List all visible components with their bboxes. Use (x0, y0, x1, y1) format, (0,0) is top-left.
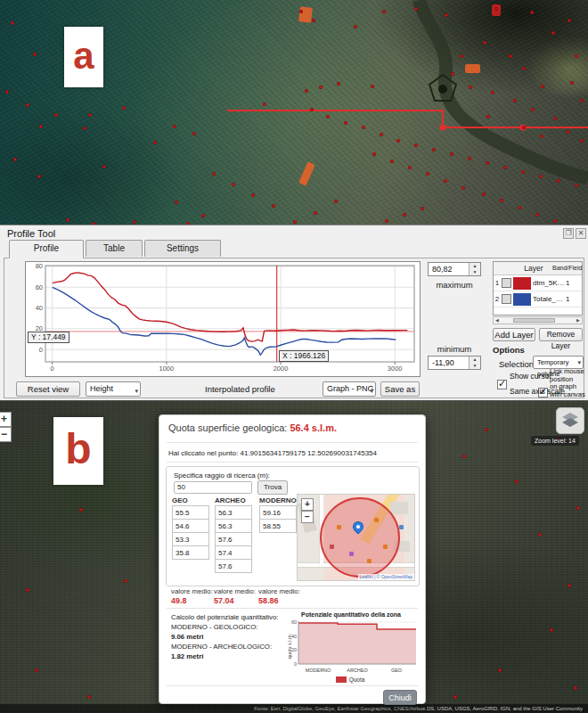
layer-row-1[interactable]: 1 dtm_5K_2002_... 1 (494, 275, 582, 291)
value-cell: 35.8 (172, 545, 209, 560)
map-point-dot (385, 219, 388, 223)
show-cursor-checkbox[interactable] (497, 380, 507, 389)
map-point-dot (414, 143, 418, 147)
options-heading: Options (493, 345, 525, 355)
minimap-building (390, 502, 408, 514)
map-point-dot (485, 428, 488, 431)
height-combobox[interactable]: Height▾ (86, 381, 141, 397)
map-point-dot (538, 533, 542, 537)
tab-settings[interactable]: Settings (144, 240, 221, 257)
add-layer-button[interactable]: Add Layer (493, 328, 535, 341)
minimum-spinbox[interactable]: -11,90 ▲▼ (428, 356, 481, 370)
reset-view-button[interactable]: Reset view (16, 381, 80, 397)
value-cell: 56.3 (215, 519, 252, 533)
layer-table-hscrollbar[interactable]: ◀▶ (493, 316, 583, 324)
map-point-dot (513, 99, 517, 102)
zoom-in-button[interactable]: + (0, 412, 12, 427)
zoom-out-button[interactable]: − (0, 427, 12, 442)
map-point-dot (483, 41, 486, 45)
map-point-dot (540, 135, 543, 138)
map-point-dot (509, 54, 512, 58)
popup-title: Quota superficie geologica: 56.4 s.l.m. (168, 422, 337, 433)
layer-color-swatch[interactable] (513, 277, 531, 290)
popup-title-value: 56.4 s.l.m. (290, 422, 337, 433)
svg-text:20: 20 (291, 647, 297, 652)
close-dialog-button[interactable]: Chiudi (383, 690, 417, 705)
map-point-dot (192, 132, 196, 135)
radius-input[interactable]: 50 (174, 481, 252, 494)
show-cursor-label: Show cursor (510, 372, 551, 381)
layers-control[interactable] (556, 407, 584, 434)
map-point-dot (173, 125, 176, 128)
legend-swatch (336, 676, 347, 683)
value-cell: 55.5 (172, 505, 209, 520)
profile-chart-widget[interactable]: 0204060800100020003000 Y : 17.449 X : 19… (25, 261, 421, 377)
tab-table[interactable]: Table (86, 240, 143, 257)
map-point-dot (380, 133, 383, 136)
map-point-dot (251, 193, 255, 197)
map-point-dot (26, 588, 29, 592)
mean-value-moderno: 58.86 (258, 596, 279, 605)
potenziale-title: Potenziale quantitativo della zona (282, 611, 420, 618)
map-point-dot (498, 668, 502, 672)
svg-text:GEO: GEO (391, 668, 403, 673)
map-point-dot (503, 166, 507, 169)
map-point-dot (54, 113, 58, 117)
minimap-zoom-in[interactable]: + (301, 498, 314, 511)
map-point-dot (550, 628, 553, 632)
spinner-arrows-icon[interactable]: ▲▼ (469, 263, 480, 275)
leaflet-minimap[interactable]: + − Leaflet | © OpenStreetMap (297, 494, 415, 581)
tab-profile[interactable]: Profile (9, 240, 84, 258)
layers-icon (557, 408, 584, 433)
map-point-dot (354, 25, 357, 29)
layer-name: dtm_5K_2002_... (533, 279, 566, 287)
map-point-dot (567, 130, 570, 134)
remove-layer-button[interactable]: Remove Layer (539, 328, 583, 341)
map-point-dot (263, 102, 266, 106)
map-point-dot (390, 160, 394, 163)
profile-tool-dialog: Profile Tool ❐ ✕ Profile Table Settings … (0, 225, 588, 401)
map-point-dot (531, 108, 535, 111)
calc-label-2: MODERNO - ARCHEOLOGICO: (171, 643, 272, 651)
layer-table[interactable]: Layer Band/Field 1 dtm_5K_2002_... 1 2 T… (493, 261, 583, 316)
layer-color-swatch[interactable] (513, 293, 531, 306)
row-number: 2 (494, 295, 501, 303)
spinner-arrows-icon[interactable]: ▲▼ (469, 356, 480, 369)
col-header-geo: GEO (172, 496, 188, 504)
minimap-zoom-out[interactable]: − (301, 511, 314, 523)
search-radius-circle (320, 497, 400, 578)
svg-text:60: 60 (291, 619, 297, 625)
layer-visibility-checkbox[interactable] (502, 278, 511, 288)
panel-label-a: a (64, 27, 103, 87)
close-window-icon[interactable]: ✕ (576, 228, 586, 239)
geology-popup: Quota superficie geologica: 56.4 s.l.m. … (159, 414, 426, 704)
map-a-canvas[interactable]: a (0, 0, 588, 225)
potenziale-legend: Quota (282, 676, 418, 683)
svg-text:0: 0 (294, 661, 297, 667)
map-point-dot (486, 161, 489, 165)
minimap-attribution: Leaflet | © OpenStreetMap (358, 574, 414, 580)
map-point-dot (521, 170, 525, 174)
float-window-icon[interactable]: ❐ (563, 228, 574, 239)
zoom-level-badge: Zoom level: 14 (531, 436, 579, 446)
mean-label-geo: valore medio: (171, 587, 213, 595)
find-button[interactable]: Trova (257, 480, 288, 495)
map-point-dot (212, 172, 216, 176)
calc-title: Calcolo del potenziale quantitativo: (171, 613, 279, 621)
map-point-dot (551, 31, 555, 35)
interpolated-label: Interpolated profile (205, 384, 275, 394)
maximum-spinbox[interactable]: 80,82 ▲▼ (428, 262, 481, 276)
selection-label: Selection (499, 359, 534, 369)
mean-value-archeo: 57.04 (214, 596, 234, 605)
map-point-dot (421, 207, 424, 210)
save-as-button[interactable]: Save as (380, 381, 420, 397)
potenziale-chart: 0204060MODERNOARCHEOGEO (284, 619, 420, 675)
layer-row-2[interactable]: 2 Totale_Punti_GE... 1 (494, 291, 582, 307)
map-point-dot (344, 121, 347, 125)
graph-format-combobox[interactable]: Graph - PNG▾ (323, 381, 376, 397)
row-number: 1 (494, 279, 501, 287)
map-point-dot (553, 219, 557, 223)
mean-value-geo: 49.8 (171, 596, 187, 605)
map-point-dot (557, 179, 560, 183)
layer-visibility-checkbox[interactable] (502, 294, 511, 304)
